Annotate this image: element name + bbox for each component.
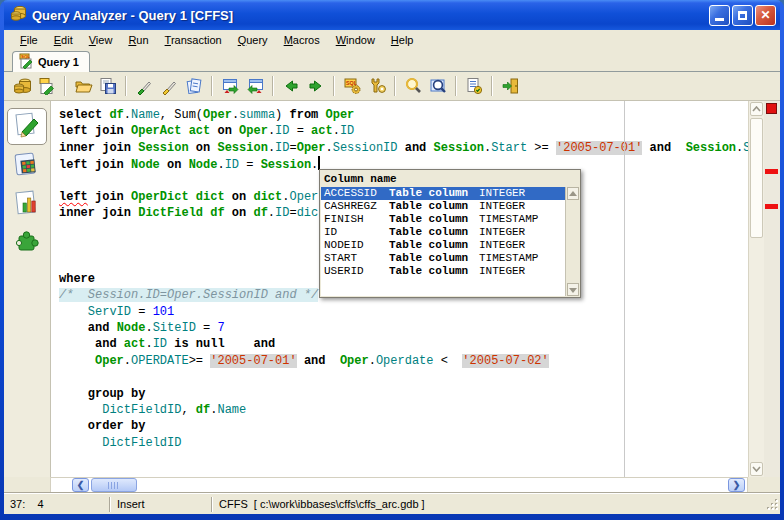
execute-current-icon[interactable] [157,74,181,98]
toolbar-separator [394,76,396,96]
tab-query-1[interactable]: SQL Query 1 [12,51,90,72]
toolbar-separator [272,76,274,96]
scroll-up-icon[interactable] [750,102,763,116]
validate-icon[interactable] [462,74,486,98]
scroll-right-icon[interactable]: ❯ [728,478,745,492]
menubar: FileEditViewRunTransactionQueryMacrosWin… [4,30,780,50]
rail-tab-edit[interactable] [7,108,47,145]
status-caret-position: 37: 4 [4,498,109,510]
tools-icon[interactable] [365,74,389,98]
editor-line: inner join Session on Session.ID=Oper.Se… [59,140,748,156]
error-stripe [764,101,780,477]
menu-file[interactable]: File [12,32,46,48]
minimize-button[interactable] [709,5,730,26]
editor-line: Oper.OPERDATE>= '2005-07-01' and Oper.Op… [59,353,748,369]
close-button[interactable]: ✕ [755,5,776,26]
editor-line: select df.Name, Sum(Oper.summa) from Ope… [59,107,748,123]
resize-grip[interactable] [766,498,779,513]
editor-line: ServID = 101 [59,304,748,320]
chart-icon [13,189,41,221]
menu-transaction[interactable]: Transaction [157,32,230,48]
status-database-path: CFFS [ c:\work\ibbases\cffs\cffs_arc.gdb… [213,498,431,510]
commit-icon[interactable] [218,74,242,98]
completion-popup: Column name ACCESSIDTable columnINTEGERC… [319,169,581,298]
next-query-icon[interactable] [304,74,328,98]
error-marker [765,169,778,174]
statusbar: 37: 4 Insert CFFS [ c:\work\ibbases\cffs… [4,493,780,514]
hscroll-spacer [748,477,780,493]
editor-line: and Node.SiteID = 7 [59,320,748,336]
find-icon[interactable] [401,74,425,98]
app-icon [10,5,27,25]
completion-scrollbar[interactable] [565,187,580,296]
toolbar-separator [125,76,127,96]
titlebar[interactable]: Query Analyzer - Query 1 [CFFS] ✕ [4,0,780,30]
sql-editor[interactable]: Column name ACCESSIDTable columnINTEGERC… [50,101,748,477]
scroll-down-icon[interactable] [567,283,579,296]
editor-line: DictFieldID [59,435,748,451]
toolbar-separator [64,76,66,96]
save-icon[interactable] [96,74,120,98]
find-object-icon[interactable] [426,74,450,98]
error-marker [765,204,778,209]
editor-hscrollbar[interactable]: ❮ ❯ [50,477,748,493]
application-window: Query Analyzer - Query 1 [CFFS] ✕ FileEd… [0,0,784,520]
scroll-up-icon[interactable] [567,187,579,200]
sql-document-icon: SQL [18,53,34,71]
window-title: Query Analyzer - Query 1 [CFFS] [32,8,707,23]
open-icon[interactable] [71,74,95,98]
editor-vscrollbar[interactable] [748,101,764,477]
toolbar-separator [211,76,213,96]
new-query-icon[interactable] [35,74,59,98]
menu-window[interactable]: Window [328,32,383,48]
rail-tab-plugins[interactable] [7,225,47,262]
execute-icon[interactable] [132,74,156,98]
prev-query-icon[interactable] [279,74,303,98]
menu-run[interactable]: Run [120,32,156,48]
error-indicator-icon [766,103,777,114]
tab-label: Query 1 [38,56,79,68]
query-options-icon[interactable]: SQL [340,74,364,98]
rollback-icon[interactable] [243,74,267,98]
menu-help[interactable]: Help [383,32,422,48]
exit-icon[interactable] [498,74,522,98]
hscroll-row: ❮ ❯ [4,477,780,493]
edit-page-icon [13,111,41,143]
rail-tab-grid[interactable] [7,147,47,184]
hscroll-spacer [4,477,50,493]
puzzle-icon [13,228,41,260]
vscroll-thumb[interactable] [750,118,763,238]
editor-line [59,369,748,385]
tabbar: SQL Query 1 [4,50,780,72]
scroll-down-icon[interactable] [750,462,763,476]
client-area: FileEditViewRunTransactionQueryMacrosWin… [4,30,780,514]
menu-macros[interactable]: Macros [276,32,328,48]
editor-line: and act.ID is null and [59,336,748,352]
completion-item-userid[interactable]: USERIDTable columnINTEGER [321,265,579,278]
menu-edit[interactable]: Edit [46,32,81,48]
database-icon[interactable] [10,74,34,98]
scroll-left-icon[interactable]: ❮ [72,478,89,492]
menu-query[interactable]: Query [230,32,276,48]
maximize-button[interactable] [732,5,753,26]
execute-script-icon[interactable] [182,74,206,98]
status-insert-mode: Insert [111,498,211,510]
view-rail [4,101,50,477]
toolbar-separator [333,76,335,96]
rail-tab-chart[interactable] [7,186,47,223]
editor-line: group by [59,386,748,402]
toolbar-separator [491,76,493,96]
results-grid-icon [13,150,41,182]
menu-view[interactable]: View [81,32,121,48]
toolbar-separator [455,76,457,96]
hscroll-thumb[interactable] [91,478,137,492]
right-margin-line [624,101,625,477]
editor-line: left join OperAct act on Oper.ID = act.I… [59,123,748,139]
editor-line: DictFieldID, df.Name [59,402,748,418]
main-area: Column name ACCESSIDTable columnINTEGERC… [4,100,780,477]
toolbar: SQL [4,72,780,100]
completion-list: ACCESSIDTable columnINTEGERCASHREGZTable… [321,187,579,296]
editor-line: order by [59,418,748,434]
completion-popup-title: Column name [320,170,580,186]
